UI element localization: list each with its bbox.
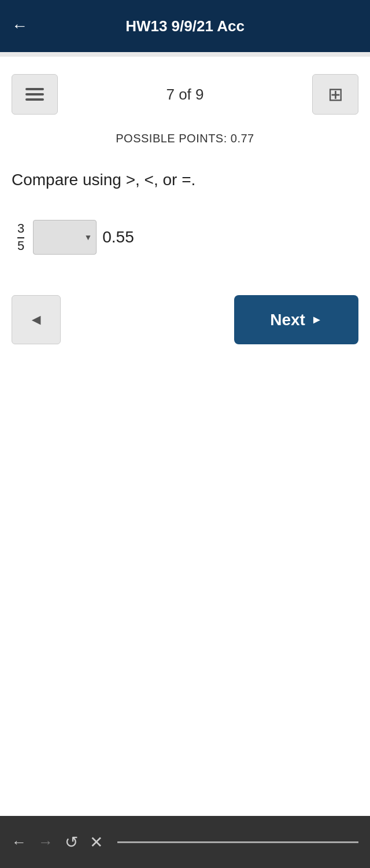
header-title: HW13 9/9/21 Acc xyxy=(39,17,331,35)
toolbar-row: 7 of 9 ⊞ xyxy=(12,74,358,115)
browser-forward-icon[interactable]: → xyxy=(38,833,53,851)
separator xyxy=(0,52,370,57)
comparison-dropdown[interactable]: > < = xyxy=(33,220,97,255)
fraction-denominator: 5 xyxy=(17,238,24,253)
browser-url-underline xyxy=(117,841,358,843)
browser-bar: ← → ↺ ✕ xyxy=(0,816,370,868)
progress-text: 7 of 9 xyxy=(166,86,204,104)
calculator-icon: ⊞ xyxy=(328,83,343,105)
answer-row: 3 5 > < = ▼ 0.55 xyxy=(12,220,358,255)
points-row: POSSIBLE POINTS: 0.77 xyxy=(12,132,358,145)
browser-reload-icon[interactable]: ↺ xyxy=(65,833,78,852)
hamburger-line-1 xyxy=(25,88,44,90)
hamburger-line-2 xyxy=(25,93,44,95)
next-button[interactable]: Next ► xyxy=(234,295,358,344)
hamburger-line-3 xyxy=(25,98,44,101)
header-back-icon[interactable]: ← xyxy=(12,17,28,35)
comparison-dropdown-wrapper: > < = ▼ xyxy=(33,220,97,255)
browser-close-icon[interactable]: ✕ xyxy=(90,833,103,852)
app-header: ← HW13 9/9/21 Acc xyxy=(0,0,370,52)
next-arrow-icon: ► xyxy=(311,313,323,326)
content-spacer xyxy=(12,344,358,804)
question-text: Compare using >, <, or =. xyxy=(12,168,358,191)
calculator-button[interactable]: ⊞ xyxy=(312,74,358,115)
fraction-numerator: 3 xyxy=(17,221,24,238)
nav-row: ◄ Next ► xyxy=(12,295,358,344)
prev-arrow-icon: ◄ xyxy=(29,311,44,329)
browser-back-icon[interactable]: ← xyxy=(12,833,27,851)
points-label: POSSIBLE POINTS: 0.77 xyxy=(116,132,254,145)
main-content: 7 of 9 ⊞ POSSIBLE POINTS: 0.77 Compare u… xyxy=(0,57,370,816)
next-label: Next xyxy=(270,311,305,329)
prev-button[interactable]: ◄ xyxy=(12,295,61,344)
fraction: 3 5 xyxy=(17,221,24,253)
comparison-value: 0.55 xyxy=(102,228,134,247)
menu-button[interactable] xyxy=(12,74,58,115)
